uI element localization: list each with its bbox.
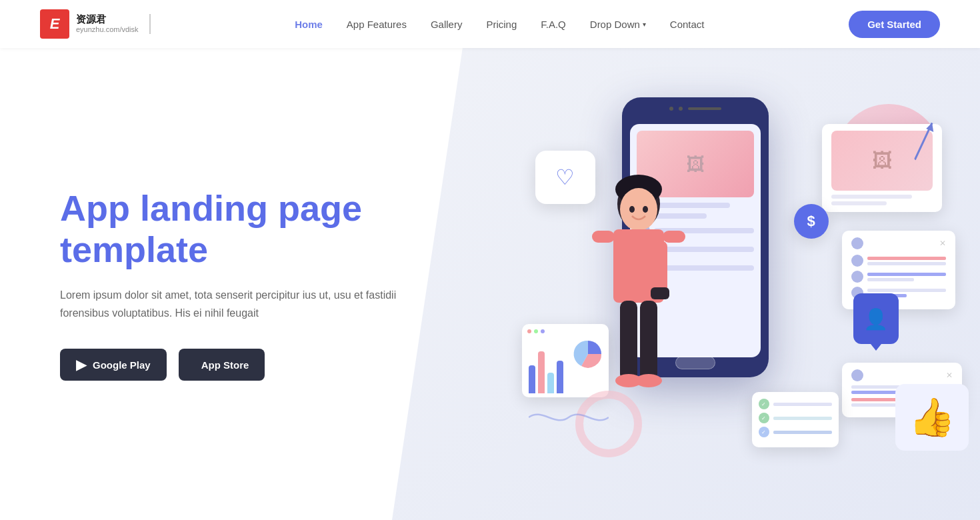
- bar-chart: [526, 347, 566, 393]
- check-circle-1: ✓: [759, 399, 769, 409]
- nav-link-contact[interactable]: Contact: [670, 19, 705, 30]
- card-line-1: [831, 195, 913, 199]
- bar-4: [557, 361, 563, 393]
- bar-2: [538, 351, 545, 393]
- logo-icon: E: [40, 9, 69, 39]
- navbar: E 资源君 eyunzhu.com/vdisk Home App Feature…: [0, 0, 980, 48]
- nav-link-pricing[interactable]: Pricing: [486, 19, 517, 30]
- bottom-avatar: [851, 369, 863, 381]
- chevron-down-icon: ▾: [643, 21, 646, 28]
- list-line-4: [867, 278, 915, 281]
- bottom-card-header: ✕: [851, 369, 953, 381]
- hero-title: App landing page template: [60, 187, 490, 270]
- svg-point-5: [620, 188, 657, 231]
- svg-point-15: [629, 206, 635, 213]
- svg-rect-9: [655, 241, 667, 294]
- close-icon: ✕: [939, 239, 946, 248]
- check-line-2: [773, 417, 832, 420]
- list-avatar-2: [851, 271, 863, 283]
- get-started-button[interactable]: Get Started: [849, 11, 940, 38]
- nav-link-gallery[interactable]: Gallery: [431, 19, 463, 30]
- nav-link-home[interactable]: Home: [295, 19, 323, 30]
- chart-dot-blue: [541, 329, 545, 333]
- svg-rect-7: [592, 231, 615, 243]
- list-lines-1: [867, 257, 946, 265]
- phone-dot-2: [679, 107, 683, 111]
- person-notification-bubble: 👤: [853, 293, 899, 344]
- app-store-button[interactable]: App Store: [179, 349, 265, 381]
- list-row-1: [851, 255, 946, 267]
- check-line-3: [773, 431, 832, 434]
- profile-image-icon: 🖼: [872, 149, 892, 172]
- phone-notch: [669, 107, 721, 111]
- check-row-3: ✓: [759, 427, 832, 437]
- nav-link-faq[interactable]: F.A.Q: [541, 19, 566, 30]
- heart-icon: ♡: [555, 165, 575, 190]
- chart-dot-green: [534, 329, 538, 333]
- logo-divider: [149, 14, 151, 34]
- check-row-2: ✓: [759, 413, 832, 423]
- logo-area: E 资源君 eyunzhu.com/vdisk: [40, 9, 151, 39]
- svg-rect-11: [620, 301, 637, 381]
- svg-point-14: [635, 374, 662, 387]
- check-circle-3: ✓: [759, 427, 769, 437]
- card-content-lines: [831, 195, 933, 205]
- hero-buttons: ▶ Google Play App Store: [60, 349, 490, 381]
- svg-rect-12: [640, 301, 657, 381]
- card-line-2: [831, 201, 887, 205]
- chart-dot-red: [527, 329, 531, 333]
- person-icon: 👤: [863, 307, 888, 331]
- list-line-5: [867, 289, 946, 292]
- hero-left: App landing page template Lorem ipsum do…: [0, 187, 490, 381]
- bubble-pointer: [871, 344, 881, 351]
- hero-right: 🖼: [490, 48, 980, 520]
- hero-description: Lorem ipsum dolor sit amet, tota senseri…: [60, 286, 433, 322]
- thumbs-up-icon: 👍: [909, 395, 955, 439]
- thumbs-up-card: 👍: [895, 384, 969, 451]
- nav-links: Home App Features Gallery Pricing F.A.Q …: [295, 19, 704, 30]
- illustration: 🖼: [509, 84, 962, 484]
- bottom-close-icon: ✕: [946, 371, 953, 380]
- check-row-1: ✓: [759, 399, 832, 409]
- dollar-badge: $: [794, 204, 829, 239]
- list-header-avatar: [851, 237, 863, 249]
- nav-link-dropdown[interactable]: Drop Down ▾: [590, 19, 646, 30]
- list-line-2: [867, 262, 946, 265]
- svg-rect-8: [663, 231, 685, 243]
- check-line-1: [773, 403, 832, 406]
- checklist-card: ✓ ✓ ✓: [752, 392, 839, 447]
- phone-speaker: [688, 107, 721, 110]
- list-avatar-1: [851, 255, 863, 267]
- logo-name: 资源君: [76, 13, 139, 25]
- nav-link-app-features[interactable]: App Features: [347, 19, 407, 30]
- logo-url: eyunzhu.com/vdisk: [76, 25, 139, 34]
- list-line-1: [867, 257, 946, 260]
- check-circle-2: ✓: [759, 413, 769, 423]
- person-figure: [585, 164, 692, 431]
- chart-legend: [527, 329, 545, 333]
- list-line-3: [867, 273, 946, 276]
- logo-text: 资源君 eyunzhu.com/vdisk: [76, 13, 139, 34]
- bar-3: [547, 373, 554, 394]
- bar-1: [529, 365, 535, 393]
- list-lines-2: [867, 273, 946, 281]
- phone-dot-1: [669, 107, 673, 111]
- google-play-button[interactable]: ▶ Google Play: [60, 349, 167, 381]
- google-play-icon: ▶: [76, 357, 86, 373]
- hero-section: App landing page template Lorem ipsum do…: [0, 48, 980, 520]
- svg-rect-10: [651, 287, 669, 299]
- svg-point-16: [643, 206, 648, 213]
- list-card-header: ✕: [851, 237, 946, 249]
- list-row-2: [851, 271, 946, 283]
